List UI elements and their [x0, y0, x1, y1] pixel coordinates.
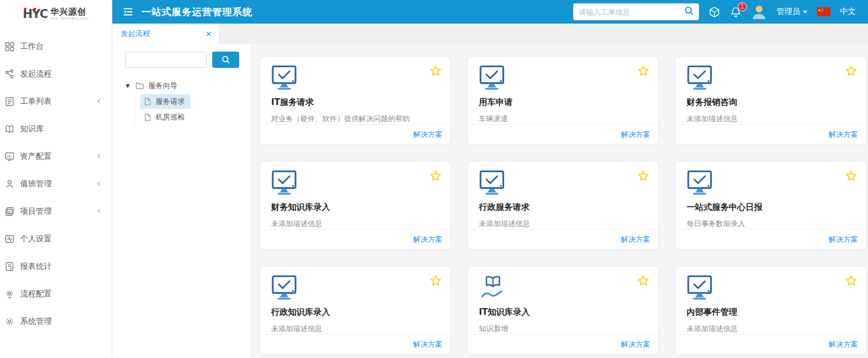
monitor-check-icon: [687, 274, 716, 301]
solution-link[interactable]: 解决方案: [829, 339, 858, 350]
folder-icon: [135, 81, 144, 90]
gear-icon: [4, 316, 15, 327]
tree-node-service-request[interactable]: 服务请求: [140, 94, 190, 109]
tree-node-machine-room-inspection[interactable]: 机房巡检: [140, 110, 190, 125]
solution-link[interactable]: 解决方案: [413, 130, 442, 140]
favorite-star-icon[interactable]: [638, 65, 649, 76]
sidebar-item-flow-config[interactable]: 流程配置: [0, 280, 112, 307]
card-title: 一站式服务中心日报: [687, 202, 855, 213]
close-icon[interactable]: ✕: [205, 30, 212, 38]
tree-panel: ▼ 服务向导 服务请求 机房巡检: [112, 44, 252, 358]
project-docs-icon: [4, 206, 15, 217]
search-icon[interactable]: [684, 6, 695, 19]
language-switch[interactable]: 中文: [840, 7, 856, 17]
favorite-star-icon[interactable]: [430, 275, 441, 286]
service-card[interactable]: 行政知识库录入 未添加描述信息 解决方案: [259, 266, 451, 355]
monitor-check-icon: [687, 65, 716, 91]
user-menu[interactable]: 管理员: [776, 7, 807, 17]
card-description: 未添加描述信息: [687, 324, 855, 334]
solution-link[interactable]: 解决方案: [829, 130, 858, 140]
service-card[interactable]: 财务报销咨询 未添加描述信息 解决方案: [675, 56, 866, 145]
sidebar-item-report-statistics[interactable]: 报表统计: [0, 253, 112, 280]
asset-chart-icon: [4, 152, 15, 162]
favorite-star-icon[interactable]: [846, 65, 857, 76]
tree-root-service-guide[interactable]: ▼ 服务向导: [126, 78, 251, 93]
card-description: 每日事务数据录入: [687, 219, 855, 229]
tab-start-flow[interactable]: 发起流程 ✕: [112, 24, 219, 44]
card-title: 用车申请: [479, 97, 647, 108]
file-icon: [144, 113, 152, 121]
solution-link[interactable]: 解决方案: [621, 339, 650, 350]
tree-search-button[interactable]: [212, 52, 239, 68]
avatar[interactable]: [751, 4, 767, 19]
flow-nodes-icon: [4, 69, 15, 79]
sidebar-item-start-flow[interactable]: 发起流程: [0, 60, 112, 88]
notification-bell-icon[interactable]: 1: [730, 6, 742, 18]
china-flag-icon[interactable]: [817, 7, 830, 16]
sidebar-item-ticket-list[interactable]: 工单列表: [0, 88, 112, 115]
card-title: 行政服务请求: [479, 202, 647, 213]
flow-gear-icon: [4, 289, 15, 299]
card-title: 行政知识库录入: [271, 307, 439, 318]
service-card-grid: IT服务请求 对业务（硬件、软件）提供解决问题的帮助 解决方案 用车申请 车辆派…: [259, 56, 868, 355]
logo: HYC 华兴源创 HYC TECHNOLOGY: [0, 0, 112, 26]
service-card[interactable]: 用车申请 车辆派遣 解决方案: [467, 56, 659, 145]
monitor-check-icon: [479, 65, 508, 91]
caret-down-icon[interactable]: ▼: [126, 83, 131, 89]
service-card[interactable]: IT服务请求 对业务（硬件、软件）提供解决问题的帮助 解决方案: [259, 56, 451, 145]
favorite-star-icon[interactable]: [638, 170, 649, 181]
card-description: 知识新增: [479, 324, 647, 334]
monitor-check-icon: [271, 169, 300, 196]
favorite-star-icon[interactable]: [430, 65, 441, 76]
monitor-check-icon: [687, 169, 716, 196]
solution-link[interactable]: 解决方案: [413, 235, 442, 245]
file-icon: [144, 98, 152, 105]
service-card[interactable]: 财务知识库录入 未添加描述信息 解决方案: [259, 161, 451, 250]
book-hand-icon: [479, 274, 508, 301]
chevron-left-icon: [95, 153, 103, 160]
sidebar-item-duty-management[interactable]: 值班管理: [0, 170, 112, 198]
solution-link[interactable]: 解决方案: [621, 130, 650, 140]
sidebar-item-system-management[interactable]: 系统管理: [0, 307, 112, 335]
app-title: 一站式服务运营管理系统: [141, 6, 253, 19]
cube-icon[interactable]: [709, 6, 720, 18]
solution-link[interactable]: 解决方案: [413, 339, 442, 350]
sidebar-menu: 工作台 发起流程 工单列表 知识库 资产配置 值班管理 项目管理: [0, 33, 112, 335]
favorite-star-icon[interactable]: [430, 170, 441, 181]
monitor-check-icon: [271, 65, 300, 91]
sidebar: HYC 华兴源创 HYC TECHNOLOGY 工作台 发起流程 工单列表 知识…: [0, 0, 112, 358]
sidebar-item-knowledge-base[interactable]: 知识库: [0, 115, 112, 143]
card-description: 未添加描述信息: [479, 219, 647, 229]
service-card[interactable]: 行政服务请求 未添加描述信息 解决方案: [467, 161, 659, 250]
sidebar-item-asset-config[interactable]: 资产配置: [0, 143, 112, 170]
card-description: 车辆派遣: [479, 114, 647, 124]
card-description: 对业务（硬件、软件）提供解决问题的帮助: [271, 114, 439, 124]
solution-link[interactable]: 解决方案: [621, 235, 650, 245]
favorite-star-icon[interactable]: [846, 275, 857, 286]
service-tree: ▼ 服务向导 服务请求 机房巡检: [112, 74, 251, 125]
favorite-star-icon[interactable]: [638, 275, 649, 286]
card-title: 内部事件管理: [687, 307, 855, 318]
header-search: [573, 3, 699, 20]
ticket-search-input[interactable]: [579, 8, 684, 16]
card-description: 未添加描述信息: [687, 114, 855, 124]
solution-link[interactable]: 解决方案: [829, 235, 858, 245]
card-title: 财务知识库录入: [271, 202, 439, 213]
sidebar-item-workbench[interactable]: 工作台: [0, 33, 112, 60]
logo-subtitle: HYC TECHNOLOGY: [51, 17, 89, 21]
service-card[interactable]: 内部事件管理 未添加描述信息 解决方案: [675, 266, 866, 355]
notification-badge: 1: [738, 2, 747, 11]
menu-fold-icon[interactable]: [122, 6, 134, 17]
service-card[interactable]: IT知识库录入 知识新增 解决方案: [467, 266, 659, 355]
card-title: IT知识库录入: [479, 307, 647, 318]
card-title: IT服务请求: [271, 97, 439, 108]
pulse-icon: [4, 234, 15, 244]
tree-search-input[interactable]: [125, 52, 207, 68]
sidebar-item-personal-settings[interactable]: 个人设置: [0, 225, 112, 253]
service-card[interactable]: 一站式服务中心日报 每日事务数据录入 解决方案: [675, 161, 866, 250]
ticket-list-icon: [4, 97, 15, 107]
card-description: 未添加描述信息: [271, 219, 439, 229]
favorite-star-icon[interactable]: [846, 170, 857, 181]
tab-strip: 发起流程 ✕: [112, 24, 868, 44]
sidebar-item-project-management[interactable]: 项目管理: [0, 198, 112, 225]
